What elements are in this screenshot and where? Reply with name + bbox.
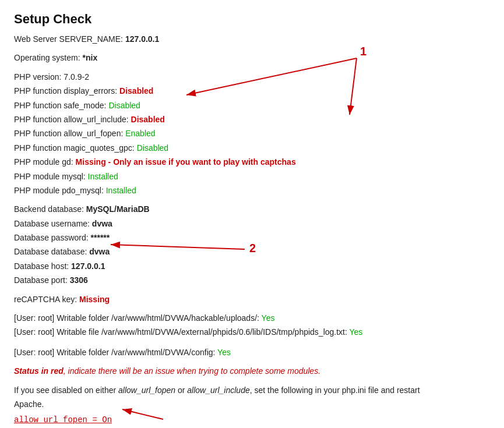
recaptcha-value: Missing	[79, 295, 110, 304]
os-value: *nix	[83, 53, 98, 62]
db-host: Database host: 127.0.0.1	[14, 260, 490, 273]
php-module-pdo-mysql: PHP module pdo_mysql: Installed	[14, 184, 490, 197]
php-module-gd: PHP module gd: Missing - Only an issue i…	[14, 155, 490, 168]
apache-line: Apache.	[14, 398, 490, 411]
php-version-label: PHP version:	[14, 72, 61, 82]
webserver-line: Web Server SERVER_NAME: 127.0.0.1	[14, 33, 490, 45]
php-magic-quotes: PHP function magic_quotes_gpc: Disabled	[14, 142, 490, 154]
php-module-mysql: PHP module mysql: Installed	[14, 170, 490, 183]
php-allow-url-fopen: PHP function allow_url_fopen: Enabled	[14, 127, 490, 140]
code-line1: allow_url_fopen = On	[14, 413, 490, 427]
db-port: Database port: 3306	[14, 274, 490, 286]
os-line: Operating system: *nix	[14, 51, 490, 64]
webserver-label: Web Server SERVER_NAME:	[14, 34, 123, 44]
webserver-value: 127.0.0.1	[125, 34, 159, 44]
php-allow-url-include: PHP function allow_url_include: Disabled	[14, 113, 490, 126]
os-label: Operating system:	[14, 53, 80, 62]
php-display-errors: PHP function display_errors: Disabled	[14, 84, 490, 97]
code-block: allow_url_fopen = On allow_url_include =…	[14, 413, 490, 428]
writable-phpids-log: [User: root] Writable file /var/www/html…	[14, 326, 490, 338]
db-username: Database username: dvwa	[14, 217, 490, 230]
php-version-line: PHP version: 7.0.9-2	[14, 70, 490, 83]
writable-config: [User: root] Writable folder /var/www/ht…	[14, 346, 490, 359]
db-password: Database password: ******	[14, 231, 490, 244]
php-safe-mode: PHP function safe_mode: Disabled	[14, 99, 490, 112]
db-database: Database database: dvwa	[14, 245, 490, 258]
page-title: Setup Check	[14, 12, 490, 27]
recaptcha-label: reCAPTCHA key:	[14, 295, 77, 304]
recaptcha-line: reCAPTCHA key: Missing	[14, 293, 490, 306]
php-version-value: 7.0.9-2	[64, 72, 89, 82]
writable-uploads: [User: root] Writable folder /var/www/ht…	[14, 312, 490, 324]
db-backend: Backend database: MySQL/MariaDB	[14, 203, 490, 215]
info-text: If you see disabled on either allow_url_…	[14, 384, 490, 397]
status-note: Status in red, indicate there will be an…	[14, 365, 490, 377]
